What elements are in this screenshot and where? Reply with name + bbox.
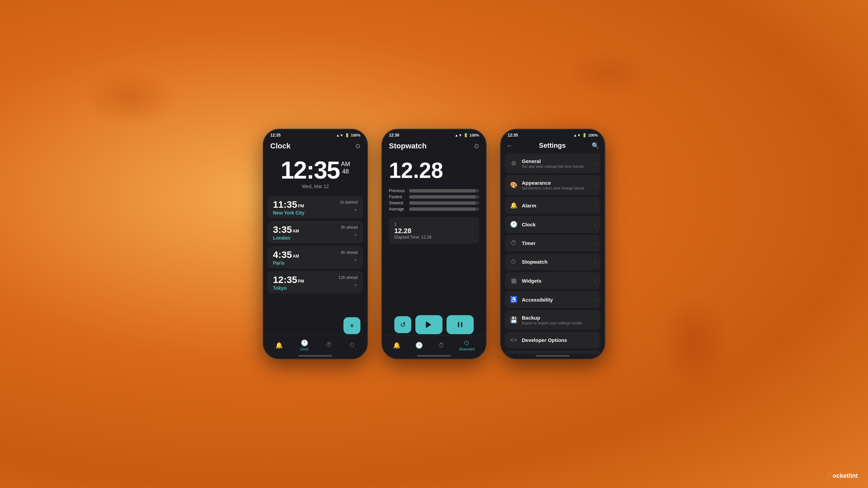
sw-wifi-icon: ▲▼ xyxy=(455,133,462,137)
nav-timer[interactable]: ⏱ xyxy=(322,340,335,350)
sw-lap-num: 1 xyxy=(394,222,397,227)
phone-clock: 12:35 ▲▼ 🔋 100% Clock ⊙ 12:35 AM 48 Wed,… xyxy=(263,129,368,359)
settings-chevron-icon: › xyxy=(594,338,596,343)
settings-chevron-icon: › xyxy=(594,161,596,166)
settings-item-title: Developer Options xyxy=(522,337,567,343)
wc-chevron-icon: ⌄ xyxy=(354,281,358,287)
settings-item-developer-options[interactable]: <> Developer Options › xyxy=(505,332,600,348)
status-bar-settings: 12:35 ▲▼ 🔋 100% xyxy=(501,129,605,139)
wifi-icon: ▲▼ xyxy=(336,133,343,137)
sw-lap-time: 12.28 xyxy=(394,227,431,235)
sw-controls: ↺ xyxy=(382,315,486,334)
settings-chevron-icon: › xyxy=(594,297,596,302)
sw-pause-button[interactable] xyxy=(447,315,474,334)
settings-item-left: ⚙ General Set app wide settings like tim… xyxy=(510,158,584,168)
wc-time-suffix: AM xyxy=(293,254,299,260)
settings-item-backup[interactable]: 💾 Backup Export or Import your settings … xyxy=(505,310,600,330)
sw-stat-label: Average xyxy=(389,207,409,211)
sw-stat-bar xyxy=(409,195,479,199)
sw-stat-label: Slowest xyxy=(389,201,409,205)
sw-home-indicator xyxy=(417,355,451,357)
battery-pct: 100% xyxy=(351,133,360,137)
wc-time-main: 12:35 xyxy=(273,275,297,285)
sw-title: Stopwatch xyxy=(389,142,427,150)
clock-settings-icon[interactable]: ⊙ xyxy=(355,142,360,150)
wc-time: 4:35 AM xyxy=(273,250,299,260)
sw-nav-stopwatch-active[interactable]: ⏲ Stopwatch xyxy=(456,338,478,352)
settings-item-icon-developer options: <> xyxy=(510,337,518,344)
settings-item-clock[interactable]: 🕐 Clock › xyxy=(505,216,600,233)
sw-stat-label: Fastest xyxy=(389,195,409,199)
world-clock-item[interactable]: 11:35 PM New York City 1h behind ⌄ xyxy=(268,196,363,218)
sw-status-icons: ▲▼ 🔋 100% xyxy=(455,133,479,138)
settings-item-left: 🔔 Alarm xyxy=(510,202,536,209)
sw-battery-pct: 100% xyxy=(470,133,479,137)
sw-stat-bar xyxy=(409,201,479,205)
wc-right: 1h behind ⌄ xyxy=(340,200,358,211)
add-clock-fab[interactable]: + xyxy=(343,317,360,334)
settings-item-alarm[interactable]: 🔔 Alarm › xyxy=(505,197,600,214)
clock-ampm: AM xyxy=(341,161,350,168)
world-clock-item[interactable]: 3:35 AM London 3h ahead ⌄ xyxy=(268,221,363,243)
sw-lap-button[interactable] xyxy=(415,315,442,334)
wc-city: Tokyo xyxy=(273,285,304,291)
nav-stopwatch[interactable]: ⏲ xyxy=(346,340,359,350)
settings-item-icon-clock: 🕐 xyxy=(510,221,518,228)
settings-item-icon-alarm: 🔔 xyxy=(510,202,518,209)
clock-ampm-sec: AM 48 xyxy=(341,158,350,175)
settings-item-title: General xyxy=(522,158,584,164)
world-clocks-list: 11:35 PM New York City 1h behind ⌄ 3:35 … xyxy=(263,196,367,335)
settings-item-left: ♿ Accessibility xyxy=(510,296,553,303)
settings-item-accessibility[interactable]: ♿ Accessibility › xyxy=(505,291,600,308)
sw-stats: Previous Fastest Slowest Average xyxy=(382,188,486,213)
nav-alarm[interactable]: 🔔 xyxy=(272,340,286,350)
settings-item-appearance[interactable]: 🎨 Appearance Set themes, colors and chan… xyxy=(505,175,600,195)
world-clock-item[interactable]: 12:35 PM Tokyo 12h ahead ⌄ xyxy=(268,271,363,293)
sw-app-header: Stopwatch ⊙ xyxy=(382,139,486,155)
watermark-p: P xyxy=(826,470,833,481)
settings-item-desc: Set app wide settings like time format xyxy=(522,164,584,168)
sw-settings-icon[interactable]: ⊙ xyxy=(474,142,479,150)
settings-item-text: General Set app wide settings like time … xyxy=(522,158,584,168)
clock-seconds: 48 xyxy=(341,168,350,176)
wc-right: 4h ahead ⌄ xyxy=(341,250,358,262)
settings-back-button[interactable]: ← xyxy=(506,142,513,149)
settings-item-text: Alarm xyxy=(522,203,536,208)
status-bar-sw: 12:36 ▲▼ 🔋 100% xyxy=(382,129,486,139)
stopwatch-time-display: 12.28 xyxy=(382,155,486,188)
phone-stopwatch: 12:36 ▲▼ 🔋 100% Stopwatch ⊙ 12.28 Previo… xyxy=(381,129,487,359)
sw-battery-icon: 🔋 xyxy=(463,133,468,138)
settings-item-general[interactable]: ⚙ General Set app wide settings like tim… xyxy=(505,154,600,173)
settings-search-button[interactable]: 🔍 xyxy=(592,142,599,149)
sw-reset-button[interactable]: ↺ xyxy=(394,316,411,333)
settings-item-widgets[interactable]: ▦ Widgets › xyxy=(505,272,600,289)
settings-item-about[interactable]: ℹ About › xyxy=(505,350,600,354)
sw-nav-timer[interactable]: ⏱ xyxy=(435,341,448,350)
wc-chevron-icon: ⌄ xyxy=(354,231,358,237)
world-clock-item[interactable]: 4:35 AM Paris 4h ahead ⌄ xyxy=(268,246,363,268)
sw-lap-elapsed: Elapsed Time: 12.28 xyxy=(394,235,431,240)
settings-item-icon-stopwatch: ⏲ xyxy=(510,258,518,265)
clock-time-row: 12:35 AM 48 xyxy=(270,158,360,182)
settings-item-text: Widgets xyxy=(522,278,541,284)
wc-diff: 3h ahead xyxy=(341,225,358,230)
settings-battery-pct: 100% xyxy=(588,133,598,137)
nav-clock-active[interactable]: 🕐 Clock xyxy=(297,338,312,352)
settings-item-text: Developer Options xyxy=(522,337,567,343)
settings-item-stopwatch[interactable]: ⏲ Stopwatch › xyxy=(505,253,600,270)
wc-time-suffix: PM xyxy=(298,279,304,285)
clock-date: Wed, Mar 12 xyxy=(270,184,360,189)
settings-item-text: Stopwatch xyxy=(522,259,548,265)
wc-city: London xyxy=(273,235,299,241)
sw-nav-alarm[interactable]: 🔔 xyxy=(390,340,404,350)
sw-nav-clock[interactable]: 🕐 xyxy=(412,340,426,350)
settings-status-icons: ▲▼ 🔋 100% xyxy=(573,133,598,138)
settings-chevron-icon: › xyxy=(594,222,596,227)
settings-item-icon-widgets: ▦ xyxy=(510,277,518,284)
clock-main-time: 12:35 xyxy=(280,158,339,182)
settings-item-left: ⏱ Timer xyxy=(510,240,536,247)
settings-list: ⚙ General Set app wide settings like tim… xyxy=(501,154,605,354)
svg-rect-0 xyxy=(426,322,427,328)
settings-item-title: Alarm xyxy=(522,203,536,208)
settings-item-timer[interactable]: ⏱ Timer › xyxy=(505,235,600,251)
